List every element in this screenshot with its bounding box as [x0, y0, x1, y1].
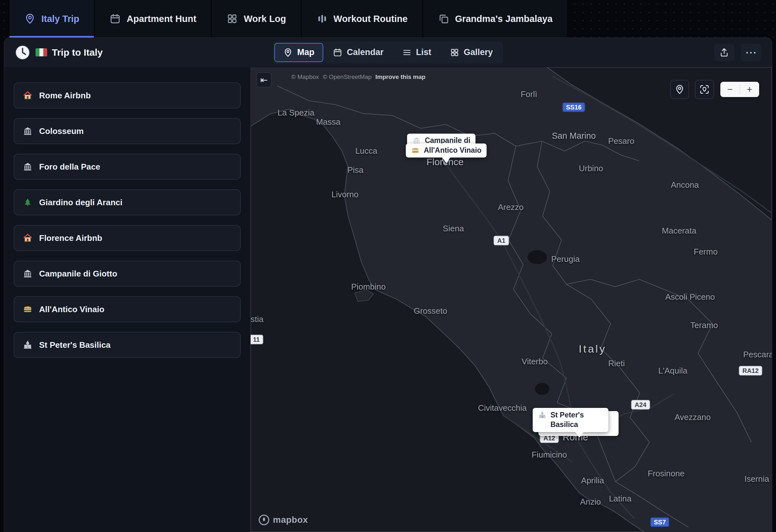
temple-icon: [23, 269, 33, 279]
zoom-in-button[interactable]: +: [740, 82, 759, 97]
share-icon: [719, 47, 729, 57]
share-button[interactable]: [714, 44, 734, 61]
church-icon: [23, 340, 33, 350]
mapbox-logo[interactable]: mapbox: [258, 514, 308, 526]
sidebar-item-label: Foro della Pace: [39, 162, 100, 172]
show-markers-button[interactable]: [670, 80, 689, 99]
tab-label: Apartment Hunt: [127, 14, 196, 24]
tab-label: Italy Trip: [41, 14, 79, 24]
places-sidebar: Rome Airbnb Colosseum Foro della Pace Gi…: [4, 67, 251, 532]
map-base-layer: [251, 67, 772, 532]
bars-icon: [317, 13, 328, 24]
content-area: Rome Airbnb Colosseum Foro della Pace Gi…: [4, 67, 772, 532]
house-icon: [23, 233, 33, 243]
view-switcher: Map Calendar List Gallery: [272, 41, 503, 64]
view-tab-list[interactable]: List: [393, 43, 440, 62]
map-popup-allantico-vinaio[interactable]: All'Antico Vinaio: [406, 144, 486, 158]
sidebar-item-giardino-degli-aranci[interactable]: Giardino degli Aranci: [14, 189, 241, 215]
tree-icon: [23, 197, 33, 207]
workspace-logo-icon[interactable]: [15, 45, 30, 60]
sidebar-item-rome-airbnb[interactable]: Rome Airbnb: [14, 82, 241, 109]
header-actions: ⋯: [714, 44, 761, 61]
calendar-icon: [333, 48, 342, 57]
sidebar-item-allantico-vinaio[interactable]: All'Antico Vinaio: [14, 296, 241, 322]
mapbox-logo-icon: [258, 514, 270, 526]
gallery-icon: [450, 48, 459, 57]
tab-label: Grandma's Jambalaya: [455, 14, 553, 24]
sidebar-item-label: Florence Airbnb: [39, 233, 102, 243]
fit-markers-button[interactable]: [695, 80, 714, 99]
pin-frame-icon: [699, 84, 710, 95]
view-label: Map: [297, 47, 314, 57]
tab-work-log[interactable]: Work Log: [212, 0, 302, 37]
calendar-icon: [110, 13, 121, 24]
grid-icon: [226, 13, 238, 24]
tab-label: Workout Routine: [334, 14, 408, 24]
tab-label: Work Log: [244, 14, 286, 24]
sandwich-icon: [411, 146, 420, 155]
view-tab-gallery[interactable]: Gallery: [441, 43, 502, 62]
church-icon: [538, 410, 547, 419]
view-label: Gallery: [464, 47, 493, 57]
osm-attribution-link[interactable]: © OpenStreetMap: [323, 73, 371, 80]
map-canvas[interactable]: Forlì La Spezia Massa San Marino Pesaro …: [251, 67, 772, 532]
popup-label: All'Antico Vinaio: [424, 146, 481, 155]
improve-map-link[interactable]: Improve this map: [375, 73, 425, 80]
popup-label: St Peter's Basilica: [551, 410, 603, 429]
mapbox-attribution-link[interactable]: © Mapbox: [291, 73, 319, 80]
house-icon: [23, 91, 33, 101]
tab-grandmas-jambalaya[interactable]: Grandma's Jambalaya: [423, 0, 568, 37]
popup-pointer: [575, 432, 584, 437]
page-title: Trip to Italy: [52, 47, 103, 58]
sidebar-item-campanile-di-giotto[interactable]: Campanile di Giotto: [14, 260, 241, 287]
list-icon: [402, 48, 411, 57]
pin-icon: [24, 13, 36, 24]
temple-icon: [23, 126, 33, 136]
sidebar-item-st-peters-basilica[interactable]: St Peter's Basilica: [14, 332, 241, 358]
pin-icon: [283, 48, 293, 57]
sidebar-item-label: Colosseum: [39, 126, 83, 136]
tab-workout-routine[interactable]: Workout Routine: [302, 0, 423, 37]
map-popup-st-peters-basilica[interactable]: St Peter's Basilica: [533, 408, 608, 432]
mapbox-wordmark: mapbox: [273, 515, 308, 525]
temple-icon: [23, 162, 33, 172]
view-tab-calendar[interactable]: Calendar: [324, 43, 392, 62]
cards-icon: [438, 13, 449, 24]
sidebar-item-foro-della-pace[interactable]: Foro della Pace: [14, 154, 241, 180]
workspace-tab-bar: Italy Trip Apartment Hunt Work Log Worko…: [0, 0, 776, 37]
sidebar-item-label: Giardino degli Aranci: [39, 198, 123, 207]
pin-icon: [674, 84, 685, 95]
map-attribution: © Mapbox © OpenStreetMap Improve this ma…: [291, 73, 425, 80]
sandwich-icon: [23, 304, 33, 314]
zoom-control: − +: [720, 82, 759, 97]
italy-flag-icon: [35, 48, 47, 57]
view-tab-map[interactable]: Map: [274, 43, 323, 62]
more-options-button[interactable]: ⋯: [741, 44, 761, 61]
view-label: Calendar: [347, 47, 384, 57]
sidebar-item-label: St Peter's Basilica: [39, 340, 111, 350]
sidebar-item-colosseum[interactable]: Colosseum: [14, 118, 241, 144]
tab-italy-trip[interactable]: Italy Trip: [10, 0, 95, 37]
popup-pointer: [442, 158, 450, 163]
sidebar-item-label: Campanile di Giotto: [39, 269, 117, 279]
collapse-sidebar-button[interactable]: ⇤: [256, 72, 271, 87]
sidebar-item-label: All'Antico Vinaio: [39, 305, 104, 314]
sidebar-item-label: Rome Airbnb: [39, 91, 90, 101]
view-label: List: [416, 47, 431, 57]
app-window: Trip to Italy Map Calendar List Gallery: [4, 37, 772, 532]
app-header: Trip to Italy Map Calendar List Gallery: [4, 38, 772, 67]
tab-apartment-hunt[interactable]: Apartment Hunt: [95, 0, 212, 37]
sidebar-item-florence-airbnb[interactable]: Florence Airbnb: [14, 225, 241, 251]
zoom-out-button[interactable]: −: [720, 82, 740, 97]
